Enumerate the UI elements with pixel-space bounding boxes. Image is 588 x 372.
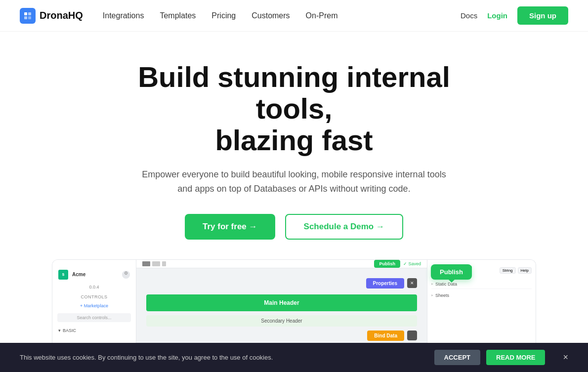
nav-link-customers[interactable]: Customers <box>252 11 290 20</box>
cookie-text: This website uses cookies. By continuing… <box>20 354 424 361</box>
device-icons <box>142 261 166 266</box>
login-link[interactable]: Login <box>487 11 507 20</box>
cookie-buttons: ACCEPT READ MORE <box>434 350 546 365</box>
svg-rect-3 <box>28 16 31 19</box>
string-badge: String <box>500 267 516 274</box>
svg-rect-2 <box>24 16 27 19</box>
sheets-row[interactable]: ▸ Sheets <box>431 291 532 300</box>
mobile-icon[interactable] <box>162 261 166 266</box>
properties-panel[interactable]: Properties <box>366 278 404 289</box>
static-data-row[interactable]: ▸ Static Data <box>431 280 532 289</box>
mock-top-bar-right: Publish ✓ Saved <box>374 260 421 268</box>
cookie-close-icon[interactable]: × <box>563 352 568 363</box>
accept-button[interactable]: ACCEPT <box>434 350 480 365</box>
mock-save-status: ✓ Saved <box>403 261 421 266</box>
mock-top-bar: Publish ✓ Saved <box>136 260 427 268</box>
bind-data-panel[interactable]: Bind Data <box>367 331 404 341</box>
read-more-button[interactable]: READ MORE <box>486 350 545 365</box>
hero-title: Build stunning internal tools, blazing f… <box>101 61 487 156</box>
nav-link-integrations[interactable]: Integrations <box>103 11 144 20</box>
controls-label: CONTROLS <box>52 290 136 301</box>
schedule-demo-button[interactable]: Schedule a Demo → <box>285 214 403 240</box>
mock-main-header: Main Header <box>146 294 417 311</box>
logo-text: DronaHQ <box>40 10 83 21</box>
basic-category: ▾BASIC <box>52 325 136 336</box>
tablet-icon[interactable] <box>152 261 160 266</box>
try-free-button[interactable]: Try for free → <box>185 214 275 240</box>
hero-subtitle: Empower everyone to build beautiful look… <box>136 167 452 196</box>
hero-wrapper: Build stunning internal tools, blazing f… <box>0 32 588 372</box>
navbar-right: Docs Login Sign up <box>461 6 568 25</box>
mockup-sidebar-header: $ Acme ⚙ <box>52 266 136 284</box>
hero-section: Build stunning internal tools, blazing f… <box>0 32 588 372</box>
add-marketplace[interactable]: + Marketplace <box>52 301 136 310</box>
acme-icon: $ <box>58 270 68 280</box>
signup-button[interactable]: Sign up <box>517 6 568 25</box>
nav-links: Integrations Templates Pricing Customers… <box>103 11 338 20</box>
svg-rect-0 <box>24 12 27 15</box>
logo-icon <box>20 8 36 24</box>
svg-rect-1 <box>28 12 31 15</box>
publish-bubble: Publish <box>431 264 472 280</box>
nav-link-on-prem[interactable]: On-Prem <box>306 11 338 20</box>
navbar-left: DronaHQ Integrations Templates Pricing C… <box>20 8 338 24</box>
navbar: DronaHQ Integrations Templates Pricing C… <box>0 0 588 32</box>
acme-brand: Acme <box>72 272 85 277</box>
mock-version: 0.0.4 <box>52 284 136 290</box>
hero-buttons: Try for free → Schedule a Demo → <box>185 214 403 240</box>
mock-search-bar[interactable]: Search controls... <box>57 313 131 322</box>
gear-icon: ⚙ <box>122 271 130 279</box>
nav-link-pricing[interactable]: Pricing <box>211 11 236 20</box>
desktop-icon[interactable] <box>142 261 150 266</box>
nav-link-templates[interactable]: Templates <box>160 11 196 20</box>
help-badge: Help <box>518 267 532 274</box>
logo[interactable]: DronaHQ <box>20 8 83 24</box>
cookie-banner: This website uses cookies. By continuing… <box>0 343 588 372</box>
mock-secondary-header: Secondary Header <box>146 315 417 327</box>
docs-link[interactable]: Docs <box>461 11 477 20</box>
mock-publish-button[interactable]: Publish <box>374 260 400 268</box>
